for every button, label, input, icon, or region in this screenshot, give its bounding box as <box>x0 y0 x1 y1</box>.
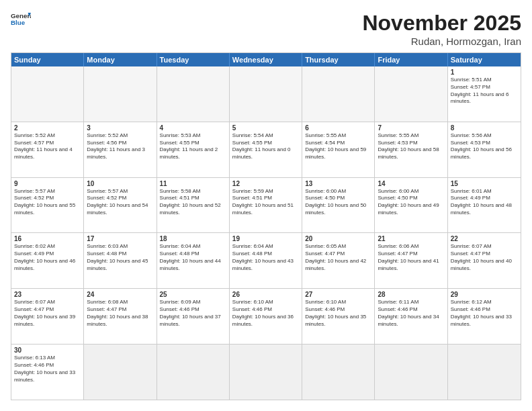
day-info: Sunrise: 6:07 AMSunset: 4:47 PMDaylight:… <box>14 299 81 328</box>
table-row: 24Sunrise: 6:08 AMSunset: 4:47 PMDayligh… <box>84 289 157 344</box>
week-row-4: 23Sunrise: 6:07 AMSunset: 4:47 PMDayligh… <box>11 288 521 344</box>
day-info: Sunrise: 6:05 AMSunset: 4:47 PMDaylight:… <box>305 243 371 272</box>
day-info: Sunrise: 5:52 AMSunset: 4:57 PMDaylight:… <box>14 132 81 161</box>
table-row <box>375 345 447 400</box>
day-info: Sunrise: 6:07 AMSunset: 4:47 PMDaylight:… <box>451 243 518 272</box>
day-number: 9 <box>14 180 81 187</box>
table-row: 27Sunrise: 6:10 AMSunset: 4:46 PMDayligh… <box>302 289 375 344</box>
table-row <box>375 66 447 122</box>
weekday-sunday: Sunday <box>11 53 84 66</box>
table-row: 8Sunrise: 5:56 AMSunset: 4:53 PMDaylight… <box>448 122 521 177</box>
month-title: November 2025 <box>362 11 521 36</box>
table-row <box>157 66 230 122</box>
week-row-5: 30Sunrise: 6:13 AMSunset: 4:46 PMDayligh… <box>11 344 521 400</box>
day-number: 25 <box>160 291 226 298</box>
day-info: Sunrise: 6:09 AMSunset: 4:46 PMDaylight:… <box>160 299 226 328</box>
day-info: Sunrise: 6:10 AMSunset: 4:46 PMDaylight:… <box>305 299 371 328</box>
calendar-body: 1Sunrise: 5:51 AMSunset: 4:57 PMDaylight… <box>11 66 521 400</box>
day-number: 26 <box>232 291 299 298</box>
table-row: 1Sunrise: 5:51 AMSunset: 4:57 PMDaylight… <box>448 66 521 122</box>
table-row <box>84 345 157 400</box>
table-row <box>302 66 375 122</box>
day-number: 16 <box>14 235 81 242</box>
day-number: 1 <box>451 68 518 76</box>
day-number: 20 <box>305 235 371 242</box>
day-number: 13 <box>305 180 371 187</box>
day-info: Sunrise: 6:06 AMSunset: 4:47 PMDaylight:… <box>378 243 444 272</box>
table-row: 25Sunrise: 6:09 AMSunset: 4:46 PMDayligh… <box>157 289 230 344</box>
table-row: 12Sunrise: 5:59 AMSunset: 4:51 PMDayligh… <box>230 178 302 233</box>
day-info: Sunrise: 6:11 AMSunset: 4:46 PMDaylight:… <box>378 299 444 328</box>
table-row: 15Sunrise: 6:01 AMSunset: 4:49 PMDayligh… <box>448 178 521 233</box>
table-row: 29Sunrise: 6:12 AMSunset: 4:46 PMDayligh… <box>448 289 521 344</box>
week-row-2: 9Sunrise: 5:57 AMSunset: 4:52 PMDaylight… <box>11 177 521 233</box>
day-number: 11 <box>160 180 226 187</box>
table-row: 20Sunrise: 6:05 AMSunset: 4:47 PMDayligh… <box>302 233 375 288</box>
location: Rudan, Hormozgan, Iran <box>362 36 521 47</box>
table-row: 19Sunrise: 6:04 AMSunset: 4:48 PMDayligh… <box>230 233 302 288</box>
table-row: 23Sunrise: 6:07 AMSunset: 4:47 PMDayligh… <box>11 289 84 344</box>
day-info: Sunrise: 5:57 AMSunset: 4:52 PMDaylight:… <box>14 188 81 217</box>
day-info: Sunrise: 5:56 AMSunset: 4:53 PMDaylight:… <box>451 132 518 161</box>
table-row: 26Sunrise: 6:10 AMSunset: 4:46 PMDayligh… <box>230 289 302 344</box>
day-number: 12 <box>232 180 299 187</box>
day-number: 21 <box>378 235 444 242</box>
day-info: Sunrise: 5:52 AMSunset: 4:56 PMDaylight:… <box>87 132 153 161</box>
calendar-header: Sunday Monday Tuesday Wednesday Thursday… <box>11 53 521 66</box>
table-row: 17Sunrise: 6:03 AMSunset: 4:48 PMDayligh… <box>84 233 157 288</box>
table-row: 10Sunrise: 5:57 AMSunset: 4:52 PMDayligh… <box>84 178 157 233</box>
table-row <box>230 345 302 400</box>
day-number: 8 <box>451 124 518 132</box>
table-row: 7Sunrise: 5:55 AMSunset: 4:53 PMDaylight… <box>375 122 447 177</box>
logo-icon: General Blue <box>11 11 31 27</box>
title-block: November 2025 Rudan, Hormozgan, Iran <box>362 11 521 47</box>
table-row: 22Sunrise: 6:07 AMSunset: 4:47 PMDayligh… <box>448 233 521 288</box>
table-row: 13Sunrise: 6:00 AMSunset: 4:50 PMDayligh… <box>302 178 375 233</box>
calendar: Sunday Monday Tuesday Wednesday Thursday… <box>11 52 521 400</box>
day-info: Sunrise: 6:03 AMSunset: 4:48 PMDaylight:… <box>87 243 153 272</box>
day-number: 4 <box>160 124 226 132</box>
day-info: Sunrise: 5:58 AMSunset: 4:51 PMDaylight:… <box>160 188 226 217</box>
table-row <box>448 345 521 400</box>
table-row: 30Sunrise: 6:13 AMSunset: 4:46 PMDayligh… <box>11 345 84 400</box>
weekday-saturday: Saturday <box>448 53 521 66</box>
table-row <box>84 66 157 122</box>
table-row: 5Sunrise: 5:54 AMSunset: 4:55 PMDaylight… <box>230 122 302 177</box>
day-info: Sunrise: 5:55 AMSunset: 4:54 PMDaylight:… <box>305 132 371 161</box>
day-number: 7 <box>378 124 444 132</box>
day-info: Sunrise: 5:59 AMSunset: 4:51 PMDaylight:… <box>232 188 299 217</box>
weekday-wednesday: Wednesday <box>230 53 302 66</box>
day-number: 10 <box>87 180 153 187</box>
day-number: 29 <box>451 291 518 298</box>
day-info: Sunrise: 6:12 AMSunset: 4:46 PMDaylight:… <box>451 299 518 328</box>
logo: General Blue <box>11 11 31 27</box>
weekday-monday: Monday <box>84 53 157 66</box>
day-info: Sunrise: 6:10 AMSunset: 4:46 PMDaylight:… <box>232 299 299 328</box>
day-number: 27 <box>305 291 371 298</box>
week-row-3: 16Sunrise: 6:02 AMSunset: 4:49 PMDayligh… <box>11 232 521 288</box>
table-row <box>230 66 302 122</box>
day-info: Sunrise: 5:55 AMSunset: 4:53 PMDaylight:… <box>378 132 444 161</box>
table-row: 21Sunrise: 6:06 AMSunset: 4:47 PMDayligh… <box>375 233 447 288</box>
day-number: 6 <box>305 124 371 132</box>
weekday-thursday: Thursday <box>302 53 375 66</box>
weekday-tuesday: Tuesday <box>157 53 230 66</box>
day-number: 28 <box>378 291 444 298</box>
day-info: Sunrise: 6:08 AMSunset: 4:47 PMDaylight:… <box>87 299 153 328</box>
table-row: 14Sunrise: 6:00 AMSunset: 4:50 PMDayligh… <box>375 178 447 233</box>
page: General Blue November 2025 Rudan, Hormoz… <box>0 0 532 411</box>
svg-text:Blue: Blue <box>11 19 26 26</box>
header: General Blue November 2025 Rudan, Hormoz… <box>11 11 521 47</box>
day-info: Sunrise: 6:04 AMSunset: 4:48 PMDaylight:… <box>160 243 226 272</box>
day-number: 24 <box>87 291 153 298</box>
day-number: 22 <box>451 235 518 242</box>
day-info: Sunrise: 5:51 AMSunset: 4:57 PMDaylight:… <box>451 77 518 105</box>
day-info: Sunrise: 6:13 AMSunset: 4:46 PMDaylight:… <box>14 355 81 383</box>
day-number: 17 <box>87 235 153 242</box>
day-info: Sunrise: 5:57 AMSunset: 4:52 PMDaylight:… <box>87 188 153 217</box>
day-info: Sunrise: 5:53 AMSunset: 4:55 PMDaylight:… <box>160 132 226 161</box>
day-number: 23 <box>14 291 81 298</box>
weekday-friday: Friday <box>375 53 447 66</box>
week-row-0: 1Sunrise: 5:51 AMSunset: 4:57 PMDaylight… <box>11 66 521 122</box>
day-info: Sunrise: 5:54 AMSunset: 4:55 PMDaylight:… <box>232 132 299 161</box>
